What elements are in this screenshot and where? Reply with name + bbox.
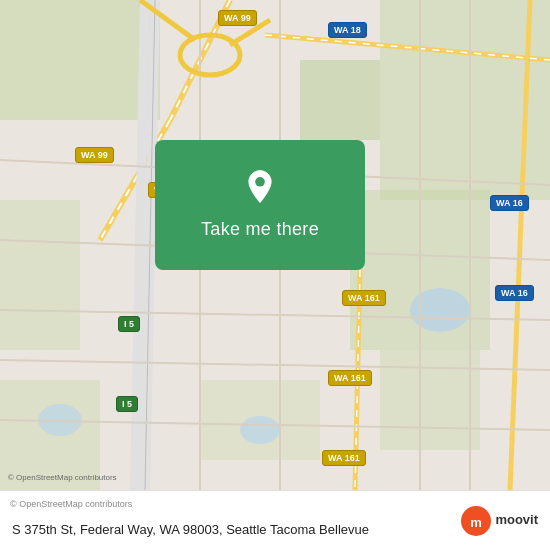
moovit-logo: m moovit [461,506,538,536]
road-sign-wa161-bot: WA 161 [322,450,366,466]
road-sign-wa18: WA 18 [328,22,367,38]
road-sign-wa99-top: WA 99 [218,10,257,26]
svg-rect-1 [0,0,160,120]
copyright-watermark: © OpenStreetMap contributors [8,473,117,482]
bottom-bar: © OpenStreetMap contributors S 375th St,… [0,490,550,550]
moovit-label: moovit [495,513,538,527]
svg-point-10 [240,416,280,444]
svg-rect-6 [380,350,480,450]
svg-rect-4 [0,200,80,350]
road-sign-wa16-bot: WA 16 [495,285,534,301]
map-container: WA 99 WA 18 WA 99 WA 99 I 5 I 5 WA 161 W… [0,0,550,490]
road-sign-wa99-left: WA 99 [75,147,114,163]
location-card[interactable]: Take me there [155,140,365,270]
moovit-icon: m [461,506,491,536]
copyright-text: © OpenStreetMap contributors [10,499,132,509]
address-text: S 375th St, Federal Way, WA 98003, Seatt… [12,522,461,537]
road-sign-wa161-right: WA 161 [342,290,386,306]
road-sign-i5-mid: I 5 [118,316,140,332]
location-pin [240,167,280,207]
take-me-there-button[interactable]: Take me there [193,215,327,244]
svg-rect-3 [300,60,380,140]
svg-text:m: m [471,515,483,530]
road-sign-i5-bot: I 5 [116,396,138,412]
road-sign-wa161-mid: WA 161 [328,370,372,386]
road-sign-wa16-top: WA 16 [490,195,529,211]
pin-icon [242,169,278,205]
svg-point-36 [255,177,265,187]
